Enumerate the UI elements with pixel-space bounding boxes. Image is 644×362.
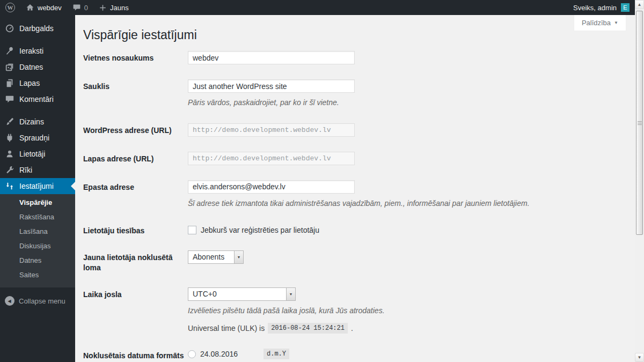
date-format-option: 24.08.2016 d.m.Y	[188, 349, 289, 359]
scroll-up-button[interactable]: ▲	[635, 0, 644, 9]
new-content-button[interactable]: Jauns	[93, 0, 134, 15]
row-default-role: Jauna lietotāja noklusētā loma Abonents …	[83, 250, 624, 272]
sidebar-item-posts[interactable]: Ieraksti	[0, 43, 75, 59]
row-timezone: Laika josla UTC+0 ▼ Izvēlieties pilsētu …	[83, 287, 624, 334]
row-email: Epasta adrese Šī adrese tiek izmantota t…	[83, 180, 624, 209]
default-role-select[interactable]: Abonents ▼	[188, 250, 244, 264]
sidebar-item-users[interactable]: Lietotāji	[0, 146, 75, 162]
greeting-label: Sveiks, admin	[573, 4, 617, 12]
wordpress-menu-button[interactable]: W	[0, 0, 20, 15]
wordpress-address-label: WordPress adrese (URL)	[83, 123, 188, 137]
page-title: Vispārīgie iestatījumi	[83, 15, 624, 48]
utc-time-value: 2016-08-24 15:24:21	[268, 323, 348, 334]
admin-bar: W webdev 0 Jauns Sveiks, admin E	[0, 0, 635, 15]
sidebar-item-label: Datnes	[19, 63, 43, 71]
sidebar-item-label: Komentāri	[19, 95, 54, 104]
comments-shortcut[interactable]: 0	[67, 0, 93, 15]
sidebar-item-label: Lapas	[19, 79, 40, 87]
menu-separator	[0, 36, 75, 43]
pages-icon	[5, 78, 14, 88]
row-tagline: Sauklis Pāris vārdos, paskaidrojiet, par…	[83, 79, 624, 108]
email-help-text: Šī adrese tiek izmantota tikai administr…	[188, 198, 530, 209]
membership-label: Lietotāju tiesības	[83, 224, 188, 235]
timezone-select[interactable]: UTC+0 ▼	[188, 287, 296, 301]
dashboard-icon	[5, 24, 14, 33]
sidebar-item-plugins[interactable]: Spraudņi	[0, 130, 75, 146]
tagline-input[interactable]	[188, 79, 355, 93]
wordpress-address-input	[188, 123, 355, 137]
wordpress-logo-icon: W	[5, 3, 15, 12]
comments-icon	[5, 94, 14, 104]
admin-sidebar: Darbgalds Ieraksti Datnes Lapas Ko	[0, 15, 75, 362]
row-site-address: Lapas adrese (URL)	[83, 152, 624, 165]
collapse-menu-button[interactable]: ◀ Collapse menu	[0, 292, 75, 310]
sidebar-item-label: Iestatījumi	[19, 182, 54, 190]
submenu-item-discussion[interactable]: Diskusijas	[0, 239, 75, 253]
account-menu[interactable]: Sveiks, admin E	[573, 0, 635, 15]
email-label: Epasta adrese	[83, 180, 188, 209]
submenu-item-general[interactable]: Vispārējie	[0, 195, 75, 210]
site-address-input	[188, 152, 355, 165]
sidebar-item-label: Darbgalds	[19, 24, 54, 33]
email-input[interactable]	[188, 180, 355, 194]
date-format-radio-dmy[interactable]	[188, 350, 196, 358]
submenu-item-reading[interactable]: Lasīšana	[0, 224, 75, 239]
site-title-input[interactable]	[188, 51, 355, 64]
sidebar-item-label: Rīki	[19, 166, 32, 174]
new-content-label: Jauns	[110, 4, 129, 12]
menu-separator	[0, 107, 75, 114]
avatar: E	[621, 3, 630, 12]
plus-icon	[99, 4, 107, 12]
default-role-label: Jauna lietotāja noklusētā loma	[83, 250, 188, 272]
membership-checkbox[interactable]	[188, 226, 196, 234]
user-icon	[5, 149, 14, 159]
chevron-down-icon: ▼	[614, 20, 618, 25]
sidebar-item-settings[interactable]: Iestatījumi	[0, 178, 75, 194]
row-wordpress-address: WordPress adrese (URL)	[83, 123, 624, 137]
help-label: Palīdzība	[582, 19, 611, 27]
membership-checkbox-label: Jebkurš var reģistrēties par lietotāju	[201, 226, 319, 234]
submenu-item-media[interactable]: Datnes	[0, 253, 75, 268]
submenu-item-links[interactable]: Saites	[0, 268, 75, 282]
sidebar-item-tools[interactable]: Rīki	[0, 162, 75, 178]
sidebar-item-label: Lietotāji	[19, 150, 45, 158]
row-date-format: Noklusētais datuma formāts 24.08.2016 d.…	[83, 349, 624, 362]
vertical-scrollbar[interactable]: ▲ ▼	[635, 0, 644, 362]
sidebar-item-label: Ieraksti	[19, 47, 43, 55]
settings-submenu: Vispārējie Rakstīšana Lasīšana Diskusija…	[0, 194, 75, 287]
scroll-down-button[interactable]: ▼	[635, 353, 644, 362]
paintbrush-icon	[5, 117, 14, 127]
plugin-icon	[5, 133, 14, 143]
sidebar-item-appearance[interactable]: Dizains	[0, 114, 75, 130]
general-settings-form: Vietnes nosaukums Sauklis Pāris vārdos, …	[83, 48, 624, 362]
date-format-label: Noklusētais datuma formāts	[83, 349, 188, 362]
scrollbar-grip-icon	[638, 121, 642, 125]
site-address-label: Lapas adrese (URL)	[83, 152, 188, 165]
sidebar-item-media[interactable]: Datnes	[0, 59, 75, 75]
utc-time-line: Universal time (ULK) is 2016-08-24 15:24…	[188, 323, 385, 334]
sidebar-item-label: Spraudņi	[19, 134, 49, 142]
wrench-icon	[5, 165, 14, 175]
help-button[interactable]: Palīdzība ▼	[574, 15, 626, 31]
scrollbar-thumb[interactable]	[636, 11, 643, 235]
comment-count: 0	[84, 4, 88, 12]
sidebar-item-comments[interactable]: Komentāri	[0, 91, 75, 107]
select-arrow-icon: ▼	[234, 251, 243, 263]
timezone-label: Laika josla	[83, 287, 188, 334]
pin-icon	[5, 46, 14, 56]
main-content: Palīdzība ▼ Vispārīgie iestatījumi Vietn…	[75, 15, 635, 362]
sidebar-item-label: Dizains	[19, 117, 44, 126]
select-arrow-icon: ▼	[286, 288, 295, 300]
utc-time-suffix: .	[351, 324, 353, 333]
sidebar-item-pages[interactable]: Lapas	[0, 75, 75, 91]
site-name-label: webdev	[38, 4, 62, 12]
collapse-menu-label: Collapse menu	[19, 297, 65, 305]
settings-sliders-icon	[5, 181, 14, 191]
site-link[interactable]: webdev	[20, 0, 67, 15]
tagline-label: Sauklis	[83, 79, 188, 108]
submenu-item-writing[interactable]: Rakstīšana	[0, 210, 75, 224]
default-role-selected-value: Abonents	[188, 251, 234, 263]
row-membership: Lietotāju tiesības Jebkurš var reģistrēt…	[83, 224, 624, 235]
date-format-code: d.m.Y	[264, 349, 289, 359]
sidebar-item-dashboard[interactable]: Darbgalds	[0, 20, 75, 36]
